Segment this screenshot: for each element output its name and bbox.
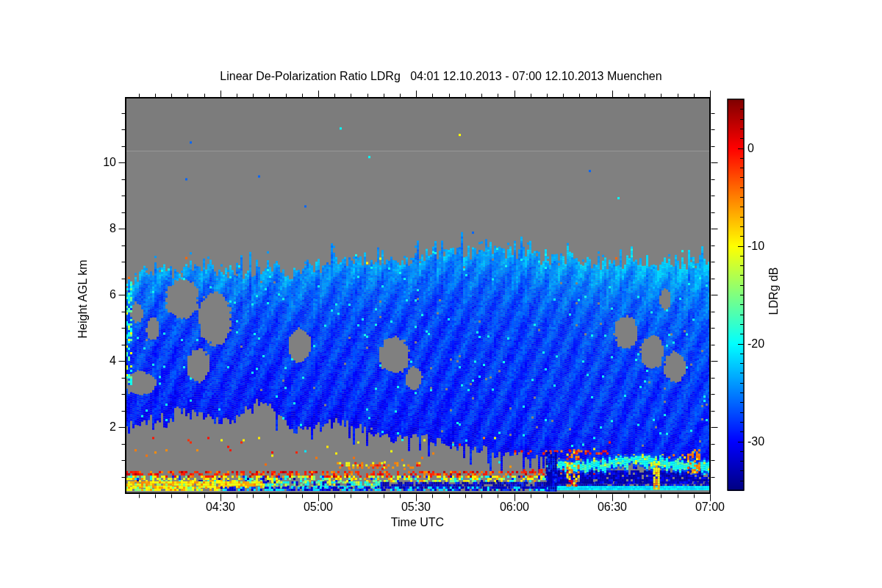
y-tick-label: 6: [84, 288, 116, 301]
y-tick-label: 8: [84, 222, 116, 235]
x-tick-label: 04:30: [198, 501, 243, 514]
chart-title: Linear De-Polarization Ratio LDRg 04:01 …: [0, 70, 882, 83]
colorbar-tick-label: 0: [747, 142, 780, 155]
y-tick-label: 10: [84, 156, 116, 169]
x-tick-label: 05:30: [394, 501, 438, 514]
x-tick-label: 06:30: [590, 501, 634, 514]
heatmap-canvas: [0, 0, 882, 588]
ldr-time-height-plot: Linear De-Polarization Ratio LDRg 04:01 …: [0, 0, 882, 588]
colorbar-tick-label: -20: [747, 337, 780, 351]
colorbar-tick-label: -10: [747, 240, 780, 253]
y-tick-label: 4: [84, 354, 116, 368]
x-tick-label: 06:00: [492, 501, 537, 514]
x-axis-label: Time UTC: [270, 516, 564, 529]
x-tick-label: 07:00: [688, 501, 732, 514]
x-tick-label: 05:00: [296, 501, 340, 514]
colorbar-tick-label: -30: [747, 435, 780, 448]
y-tick-label: 2: [84, 420, 116, 434]
